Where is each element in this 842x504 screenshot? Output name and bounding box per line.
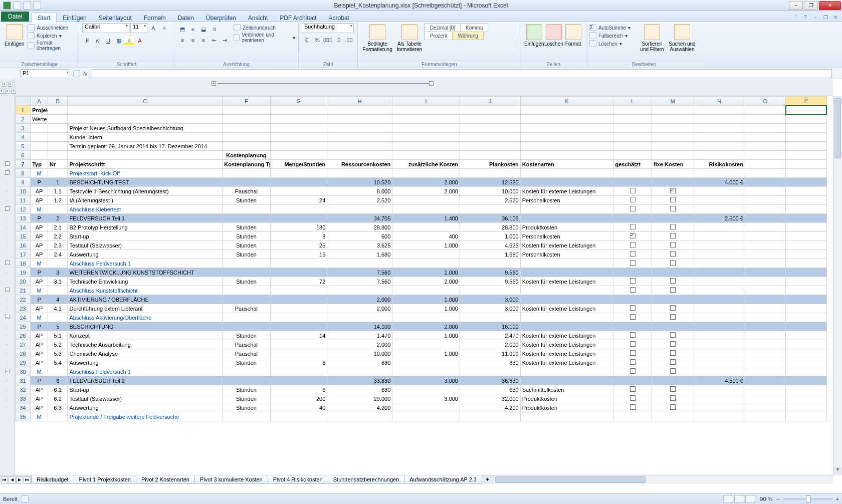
style-komma[interactable]: Komma — [460, 24, 488, 32]
page-break-view-button[interactable] — [745, 495, 755, 503]
checkbox[interactable] — [670, 197, 676, 202]
decrease-indent-icon[interactable]: ⇤ — [209, 35, 219, 45]
row-header[interactable]: 6 — [16, 151, 31, 160]
save-icon[interactable] — [13, 2, 21, 10]
comma-icon[interactable]: 000 — [323, 35, 333, 45]
col-header-K[interactable]: K — [520, 97, 613, 106]
checkbox[interactable] — [630, 278, 636, 284]
row-header[interactable]: 16 — [16, 241, 31, 250]
sheet-tab[interactable]: Stundensatzberechnungen — [328, 475, 405, 484]
accounting-icon[interactable]: € — [302, 35, 312, 45]
zoom-slider[interactable] — [783, 498, 833, 500]
format-painter-button[interactable]: Format übertragen — [28, 40, 76, 51]
checkbox[interactable] — [630, 188, 636, 193]
checkbox[interactable] — [670, 368, 676, 374]
macro-record-icon[interactable] — [22, 495, 29, 502]
row-header[interactable]: 35 — [16, 412, 31, 421]
decrease-decimal-icon[interactable]: .00 — [344, 35, 354, 45]
row-header[interactable]: 5 — [16, 142, 31, 151]
font-size-combo[interactable]: 11 — [130, 23, 147, 33]
new-sheet-icon[interactable]: ✦ — [482, 476, 493, 483]
ribbon-help-icon[interactable]: ? — [802, 15, 809, 22]
hscroll-thumb[interactable] — [495, 476, 646, 483]
zoom-level[interactable]: 90 % — [760, 496, 772, 502]
col-header-C[interactable]: C — [68, 97, 223, 106]
row-outline-level-2[interactable]: 2 — [5, 89, 10, 94]
row-header[interactable]: 3 — [16, 124, 31, 133]
col-header-L[interactable]: L — [613, 97, 652, 106]
style-prozent[interactable]: Prozent — [425, 32, 453, 40]
outline-collapse-button[interactable]: – — [5, 315, 10, 319]
tab-start[interactable]: Start — [31, 13, 57, 23]
style-waehrung[interactable]: Währung — [452, 32, 484, 40]
checkbox[interactable] — [670, 305, 676, 311]
checkbox[interactable] — [670, 332, 676, 338]
vertical-scrollbar[interactable]: ▲ ▼ — [833, 96, 842, 475]
row-header[interactable]: 9 — [16, 178, 31, 187]
horizontal-scrollbar[interactable] — [493, 475, 833, 484]
increase-font-icon[interactable]: A — [148, 23, 158, 33]
row-header[interactable]: 27 — [16, 340, 31, 349]
sheet-tab[interactable]: Pivot 4 Risikokosten — [268, 475, 328, 484]
align-left-icon[interactable]: ≡ — [177, 35, 187, 45]
row-header[interactable]: 13 — [16, 214, 31, 223]
formula-input[interactable] — [91, 69, 832, 78]
col-outline-expand-button[interactable]: + — [212, 81, 216, 86]
tab-einfügen[interactable]: Einfügen — [57, 13, 92, 23]
row-header[interactable]: 28 — [16, 349, 31, 358]
checkbox[interactable] — [630, 341, 636, 347]
col-header-M[interactable]: M — [652, 97, 694, 106]
tab-nav-first[interactable]: ⏮ — [1, 476, 8, 483]
row-outline-level-1[interactable]: 1 — [0, 89, 4, 94]
workbook-restore-icon[interactable]: ❐ — [822, 15, 829, 22]
checkbox[interactable] — [670, 242, 676, 247]
sheet-tab[interactable]: Aufwandsschätzung AP 2.3 — [404, 475, 482, 484]
checkbox[interactable] — [670, 233, 676, 238]
sheet-tab[interactable]: Pivot 3 kumulierte Kosten — [194, 475, 268, 484]
checkbox[interactable] — [630, 233, 636, 238]
clear-button[interactable]: Löschen ▾ — [589, 40, 638, 47]
checkbox[interactable] — [630, 395, 636, 401]
checkbox[interactable] — [670, 188, 676, 193]
minimize-button[interactable]: – — [789, 1, 803, 10]
checkbox[interactable] — [630, 305, 636, 311]
checkbox[interactable] — [630, 287, 636, 293]
row-header[interactable]: 33 — [16, 394, 31, 403]
font-color-button[interactable]: A — [135, 36, 145, 46]
row-header[interactable]: 15 — [16, 232, 31, 241]
normal-view-button[interactable] — [723, 495, 733, 503]
decrease-font-icon[interactable]: A — [159, 23, 169, 33]
row-outline-level-3[interactable]: 3 — [11, 89, 16, 94]
col-header-J[interactable]: J — [460, 97, 520, 106]
tab-seitenlayout[interactable]: Seitenlayout — [93, 13, 138, 23]
align-bottom-icon[interactable]: ⬓ — [198, 24, 208, 34]
outline-collapse-button[interactable]: – — [5, 206, 10, 211]
fx-cancel-icon[interactable] — [73, 70, 80, 77]
col-outline-level-1[interactable]: 1 — [2, 82, 7, 87]
row-header[interactable]: 12 — [16, 205, 31, 214]
col-header-P[interactable]: P — [786, 97, 826, 106]
checkbox[interactable] — [630, 368, 636, 374]
checkbox[interactable] — [630, 251, 636, 257]
row-header[interactable]: 22 — [16, 295, 31, 304]
tab-nav-prev[interactable]: ◀ — [9, 476, 16, 483]
checkbox[interactable] — [670, 224, 676, 229]
row-header[interactable]: 14 — [16, 223, 31, 232]
percent-icon[interactable]: % — [312, 35, 322, 45]
outline-collapse-button[interactable]: – — [5, 161, 10, 166]
row-header[interactable]: 25 — [16, 322, 31, 331]
col-outline-collapse-button[interactable]: – — [429, 81, 434, 86]
bold-button[interactable]: F — [82, 36, 92, 46]
border-button[interactable]: ▦ — [114, 36, 124, 46]
zoom-in-button[interactable]: + — [836, 496, 839, 502]
outline-collapse-button[interactable]: – — [5, 261, 10, 265]
checkbox[interactable] — [670, 251, 676, 257]
sheet-tab[interactable]: Pivot 1 Projektkosten — [74, 475, 136, 484]
row-header[interactable]: 34 — [16, 403, 31, 412]
row-header[interactable]: 23 — [16, 304, 31, 313]
name-box[interactable]: P1 — [20, 69, 70, 78]
checkbox[interactable] — [630, 359, 636, 365]
col-header-B[interactable]: B — [48, 97, 68, 106]
col-outline-level-2[interactable]: 2 — [8, 82, 13, 87]
row-header[interactable]: 8 — [16, 169, 31, 178]
